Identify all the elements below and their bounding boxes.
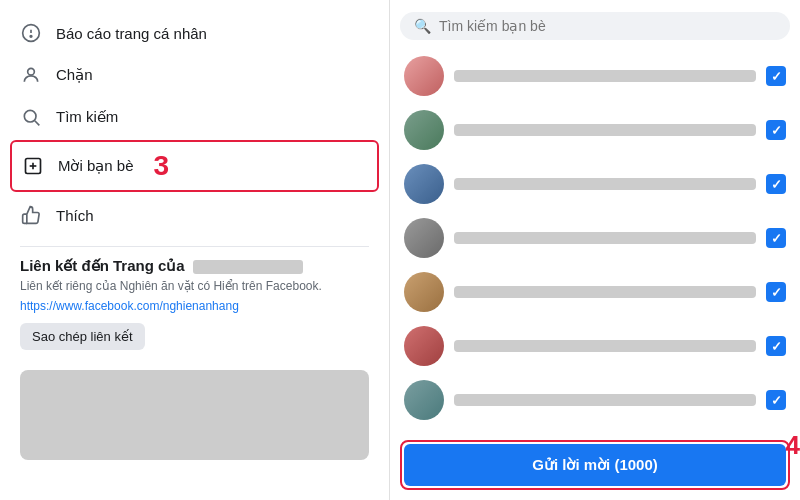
like-icon <box>20 204 42 226</box>
page-name-placeholder <box>193 260 303 274</box>
friend-name-bar <box>454 340 756 352</box>
avatar <box>404 56 444 96</box>
list-item[interactable] <box>400 428 790 432</box>
menu-item-search[interactable]: Tìm kiếm <box>0 96 389 138</box>
svg-point-2 <box>30 36 32 38</box>
step-badge-3: 3 <box>154 150 170 182</box>
friend-checkbox[interactable] <box>766 120 786 140</box>
menu-item-block[interactable]: Chặn <box>0 54 389 96</box>
avatar <box>404 380 444 420</box>
link-title-text: Liên kết đến Trang của <box>20 257 185 274</box>
send-button-wrapper: 4 Gửi lời mời (1000) <box>400 440 790 490</box>
avatar <box>404 110 444 150</box>
svg-line-5 <box>35 121 40 126</box>
block-label: Chặn <box>56 66 93 84</box>
gray-placeholder-block <box>20 370 369 460</box>
friend-name-bar <box>454 124 756 136</box>
friend-checkbox[interactable] <box>766 174 786 194</box>
search-label: Tìm kiếm <box>56 108 118 126</box>
send-button-border: Gửi lời mời (1000) <box>400 440 790 490</box>
search-icon <box>20 106 42 128</box>
list-item[interactable] <box>400 212 790 264</box>
link-title: Liên kết đến Trang của <box>20 257 369 275</box>
list-item[interactable] <box>400 158 790 210</box>
link-url: https://www.facebook.com/nghienanhang <box>20 299 369 313</box>
friend-name-bar <box>454 232 756 244</box>
invite-label: Mời bạn bè <box>58 157 134 175</box>
avatar <box>404 272 444 312</box>
block-icon <box>20 64 42 86</box>
send-invite-button[interactable]: Gửi lời mời (1000) <box>404 444 786 486</box>
search-box[interactable]: 🔍 <box>400 12 790 40</box>
friend-checkbox[interactable] <box>766 336 786 356</box>
friend-checkbox[interactable] <box>766 66 786 86</box>
like-label: Thích <box>56 207 94 224</box>
step-badge-4: 4 <box>786 430 800 461</box>
friend-checkbox[interactable] <box>766 228 786 248</box>
search-icon: 🔍 <box>414 18 431 34</box>
avatar <box>404 326 444 366</box>
friend-checkbox[interactable] <box>766 282 786 302</box>
avatar <box>404 218 444 258</box>
menu-item-invite[interactable]: Mời bạn bè3 <box>10 140 379 192</box>
avatar <box>404 164 444 204</box>
svg-point-4 <box>24 110 36 122</box>
friends-list <box>400 50 790 432</box>
right-panel: 🔍 4 Gửi lời mời (1000) <box>390 0 800 500</box>
list-item[interactable] <box>400 320 790 372</box>
menu-item-like[interactable]: Thích <box>0 194 389 236</box>
report-label: Báo cáo trang cá nhân <box>56 25 207 42</box>
copy-link-button[interactable]: Sao chép liên kết <box>20 323 145 350</box>
svg-point-3 <box>28 68 35 75</box>
link-description: Liên kết riêng của Nghiên ăn vặt có Hiển… <box>20 279 369 293</box>
menu-item-report[interactable]: Báo cáo trang cá nhân <box>0 12 389 54</box>
link-section: Liên kết đến Trang của Liên kết riêng củ… <box>20 246 369 350</box>
list-item[interactable] <box>400 104 790 156</box>
invite-icon <box>22 155 44 177</box>
friend-name-bar <box>454 394 756 406</box>
friend-checkbox[interactable] <box>766 390 786 410</box>
list-item[interactable] <box>400 50 790 102</box>
friend-name-bar <box>454 286 756 298</box>
list-item[interactable] <box>400 374 790 426</box>
report-icon <box>20 22 42 44</box>
friend-name-bar <box>454 178 756 190</box>
left-panel: Báo cáo trang cá nhânChặnTìm kiếmMời bạn… <box>0 0 390 500</box>
search-input[interactable] <box>439 18 776 34</box>
friend-name-bar <box>454 70 756 82</box>
list-item[interactable] <box>400 266 790 318</box>
